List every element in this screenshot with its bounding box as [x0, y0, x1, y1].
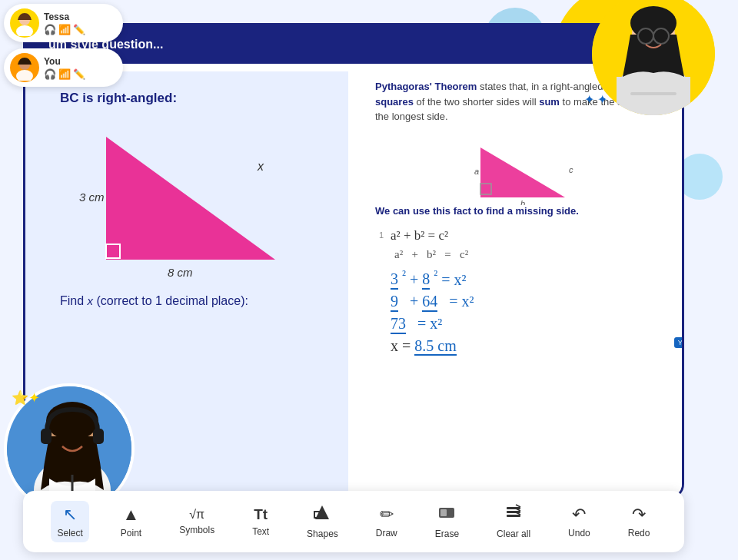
avatar-you [10, 53, 39, 82]
teacher-photo [592, 0, 715, 115]
sup-2b: ² [434, 267, 437, 282]
svg-marker-17 [480, 147, 565, 197]
badge-tessa: Tessa 🎧 📶 ✏️ [4, 4, 123, 42]
erase-icon [438, 504, 455, 525]
tool-erase[interactable]: Erase [429, 500, 465, 543]
svg-text:a: a [474, 167, 479, 176]
theorem-sum: sum [539, 96, 560, 108]
svg-rect-34 [507, 511, 520, 513]
pencil-icon-you: ✏️ [73, 68, 85, 80]
cursor-tag-you: You [674, 337, 682, 348]
equations-area: 1 a² + b² = c² a² + b² = c² 3 ² + 8 ² = … [375, 228, 663, 356]
svg-text:b: b [520, 199, 525, 205]
badge-tessa-icons: 🎧 📶 ✏️ [44, 24, 114, 35]
undo-label: Undo [568, 528, 590, 538]
svg-rect-8 [630, 92, 676, 95]
left-panel-title: BC is right-angled: [60, 91, 333, 106]
clear-label: Clear all [497, 529, 530, 539]
equation-3: 3 ² + 8 ² = x² [391, 267, 663, 289]
svg-rect-35 [507, 515, 520, 517]
wifi-icon-you: 📶 [58, 68, 71, 80]
tool-shapes[interactable]: Shapes [301, 500, 344, 543]
svg-rect-27 [93, 429, 104, 444]
clear-icon [505, 504, 522, 525]
badge-tessa-info: Tessa 🎧 📶 ✏️ [44, 12, 114, 35]
headphones-icon: 🎧 [44, 24, 56, 35]
equation-6: x = 8.5 cm You [391, 337, 663, 355]
answer-8-5: 8.5 cm [414, 337, 456, 356]
svg-marker-15 [106, 137, 275, 260]
top-bar: um style question... [25, 25, 682, 64]
num-64: 64 [422, 293, 437, 312]
tool-redo[interactable]: ↷ Redo [622, 501, 657, 542]
shapes-icon [314, 504, 331, 525]
svg-rect-3 [617, 77, 690, 115]
stars-decoration-teacher: ✦ ✦ [584, 92, 607, 107]
use-fact: We can use this fact to find a missing s… [375, 205, 663, 217]
text-label: Text [252, 526, 269, 537]
find-text: Find x (correct to 1 decimal place): [60, 294, 333, 308]
badge-you-name: You [44, 56, 114, 67]
theorem-text2: of the two shorter sides will [417, 96, 540, 108]
undo-icon: ↶ [572, 505, 586, 525]
title-text: BC is right-angled: [60, 91, 177, 105]
badge-tessa-name: Tessa [44, 12, 114, 22]
toolbar: ↖ Select ▲ Point √π Symbols Tt Text Shap… [23, 491, 684, 552]
wifi-icon: 📶 [58, 24, 71, 35]
svg-line-36 [516, 505, 520, 507]
stars-decoration-left: ⭐✦ [12, 389, 40, 406]
equation-2: a² + b² = c² [394, 248, 663, 261]
svg-rect-26 [41, 429, 52, 444]
redo-icon: ↷ [632, 505, 646, 525]
shapes-label: Shapes [307, 529, 338, 539]
num-9: 9 [391, 293, 398, 312]
redo-label: Redo [628, 528, 650, 538]
sup-2a: ² [402, 267, 406, 282]
equation-5: 73 = x² [391, 315, 663, 333]
badge-you-info: You 🎧 📶 ✏️ [44, 56, 114, 80]
find-x: x [88, 294, 94, 307]
tool-symbols[interactable]: √π Symbols [173, 504, 221, 539]
text-icon: Tt [254, 506, 268, 523]
select-icon: ↖ [63, 505, 77, 525]
tool-text[interactable]: Tt Text [246, 502, 275, 541]
label-8cm: 8 cm [168, 266, 193, 279]
symbols-label: Symbols [179, 525, 214, 535]
tool-draw[interactable]: ✏ Draw [370, 501, 404, 542]
label-3cm: 3 cm [79, 191, 105, 204]
point-label: Point [121, 528, 141, 538]
tool-point[interactable]: ▲ Point [115, 501, 148, 542]
badge-you: You 🎧 📶 ✏️ [4, 48, 123, 87]
num-8: 8 [422, 270, 430, 290]
point-icon: ▲ [123, 505, 140, 525]
step-number: 1 [379, 230, 384, 240]
svg-rect-33 [507, 507, 520, 509]
tool-select[interactable]: ↖ Select [51, 501, 88, 542]
badge-you-icons: 🎧 📶 ✏️ [44, 68, 114, 80]
find-instruction: (correct to 1 decimal place): [97, 294, 248, 307]
headphones-icon-you: 🎧 [44, 68, 56, 80]
badge-container: Tessa 🎧 📶 ✏️ You 🎧 📶 ✏️ [4, 4, 123, 87]
label-x: x [258, 160, 264, 174]
theorem-diagram: a c b [375, 136, 663, 205]
equation-1: a² + b² = c² [391, 228, 663, 244]
theorem-squares: squares [375, 96, 414, 108]
num-3: 3 [391, 270, 398, 290]
tool-clear[interactable]: Clear all [490, 500, 537, 543]
erase-label: Erase [435, 529, 459, 539]
avatar-tessa [10, 8, 39, 38]
pencil-icon: ✏️ [73, 24, 85, 35]
draw-icon: ✏ [380, 505, 394, 525]
tool-undo[interactable]: ↶ Undo [562, 501, 597, 542]
theorem-bold: Pythagoras' Theorem [375, 81, 477, 92]
equation-4: 9 + 64 = x² [391, 293, 663, 310]
select-label: Select [57, 528, 82, 538]
symbols-icon: √π [189, 508, 204, 522]
svg-rect-32 [440, 509, 447, 516]
draw-label: Draw [376, 528, 397, 538]
right-panel: Pythagoras' Theorem states that, in a ri… [356, 64, 682, 497]
find-label: Find [60, 294, 88, 307]
svg-text:c: c [569, 165, 573, 174]
theorem-triangle-svg: a c b [457, 136, 580, 205]
num-73: 73 [391, 315, 406, 334]
